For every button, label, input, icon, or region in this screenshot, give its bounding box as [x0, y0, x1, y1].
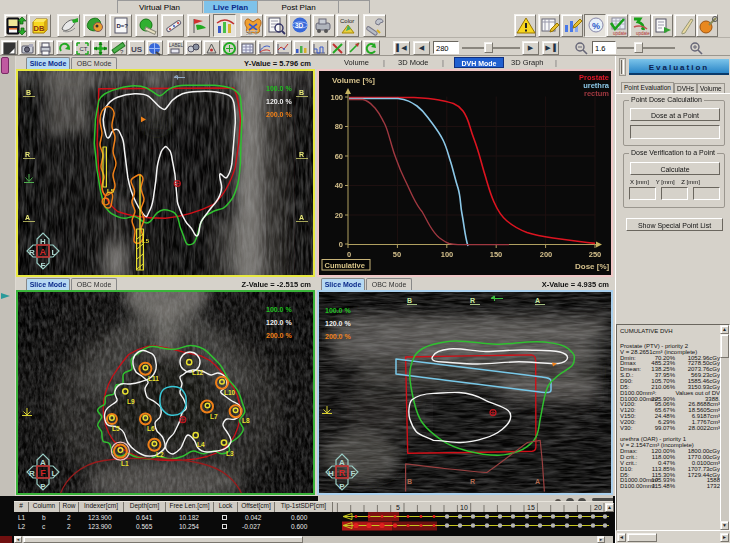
svg-text:P: P — [40, 482, 46, 491]
svg-text:L5: L5 — [107, 188, 115, 194]
svg-text:L6: L6 — [147, 425, 155, 432]
svg-text:R: R — [29, 469, 35, 478]
svg-text:0: 0 — [347, 250, 351, 259]
svg-text:B: B — [299, 89, 304, 96]
svg-text:60: 60 — [335, 152, 343, 161]
svg-text:R: R — [29, 248, 35, 257]
svg-text:200.0 %: 200.0 % — [266, 332, 292, 339]
svg-text:R: R — [25, 151, 30, 158]
svg-text:100: 100 — [441, 250, 454, 259]
svg-text:Color: Color — [340, 18, 354, 24]
svg-text:250: 250 — [589, 250, 602, 259]
svg-text:F: F — [351, 469, 356, 478]
svg-text:D=?: D=? — [117, 23, 129, 29]
svg-text:?: ? — [120, 49, 124, 55]
svg-text:H: H — [328, 469, 334, 478]
svg-text:L: L — [52, 469, 57, 478]
svg-text:A: A — [40, 458, 46, 467]
svg-text:F: F — [41, 261, 46, 270]
svg-text:A: A — [535, 297, 540, 304]
svg-text:L11: L11 — [148, 375, 159, 382]
svg-text:200.0 %: 200.0 % — [266, 111, 292, 118]
svg-text:100.0 %: 100.0 % — [266, 306, 292, 313]
svg-text:rectum: rectum — [584, 89, 609, 98]
svg-text:A: A — [339, 458, 345, 467]
svg-text:Dose [%]: Dose [%] — [575, 262, 610, 271]
svg-text:A: A — [299, 214, 304, 221]
svg-text:update: update — [636, 31, 650, 36]
svg-text:R: R — [299, 151, 304, 158]
svg-text:50: 50 — [393, 250, 401, 259]
svg-text:A: A — [25, 214, 30, 221]
svg-text:L5: L5 — [112, 425, 120, 432]
svg-text:100.0 %: 100.0 % — [266, 85, 292, 92]
svg-text:L7: L7 — [210, 413, 218, 420]
svg-text:L5: L5 — [142, 238, 150, 244]
svg-text:B: B — [26, 89, 31, 96]
svg-text:15: 15 — [527, 504, 535, 511]
svg-text:B: B — [407, 297, 412, 304]
svg-text:20: 20 — [594, 504, 602, 511]
svg-text:L12: L12 — [192, 369, 204, 376]
svg-text:40: 40 — [335, 181, 343, 190]
svg-text:L8: L8 — [242, 417, 250, 424]
svg-text:3D: 3D — [295, 22, 304, 29]
svg-text:0: 0 — [339, 240, 343, 249]
svg-text:20: 20 — [335, 211, 343, 220]
svg-text:SET: SET — [246, 30, 258, 36]
svg-text:H: H — [40, 237, 46, 246]
svg-text:Cumulative: Cumulative — [325, 261, 365, 270]
svg-text:5: 5 — [396, 504, 400, 511]
svg-text:120.0 %: 120.0 % — [266, 98, 292, 105]
svg-text:P: P — [339, 482, 345, 491]
svg-text:R: R — [470, 478, 475, 485]
svg-text:120.0 %: 120.0 % — [325, 320, 351, 327]
svg-text:A: A — [535, 478, 540, 485]
svg-text:DB: DB — [34, 24, 45, 33]
svg-text:L9: L9 — [127, 398, 135, 405]
svg-text:L: L — [52, 248, 57, 257]
svg-text:B: B — [407, 478, 412, 485]
svg-text:80: 80 — [335, 122, 343, 131]
svg-text:150: 150 — [490, 250, 503, 259]
svg-text:LABEL: LABEL — [169, 43, 183, 48]
svg-text:R: R — [470, 297, 475, 304]
svg-text:100.0 %: 100.0 % — [325, 307, 351, 314]
svg-text:R: R — [339, 468, 346, 478]
svg-text:120.0 %: 120.0 % — [266, 319, 292, 326]
svg-text:L2: L2 — [156, 451, 164, 458]
svg-text:200.0 %: 200.0 % — [325, 333, 351, 340]
svg-text:CT: CT — [80, 46, 88, 52]
svg-text:100: 100 — [330, 93, 343, 102]
svg-text:F: F — [40, 468, 46, 478]
svg-text:update: update — [613, 31, 627, 36]
svg-text:200: 200 — [540, 250, 553, 259]
svg-text:L4: L4 — [197, 441, 205, 448]
svg-text:L1: L1 — [121, 460, 129, 467]
svg-text:Volume [%]: Volume [%] — [332, 76, 375, 85]
svg-text:10: 10 — [460, 504, 468, 511]
svg-text:L10: L10 — [224, 389, 236, 396]
svg-text:US: US — [131, 45, 143, 54]
svg-text:L3: L3 — [226, 450, 234, 457]
svg-text:%: % — [592, 21, 600, 31]
svg-text:A: A — [40, 247, 47, 257]
